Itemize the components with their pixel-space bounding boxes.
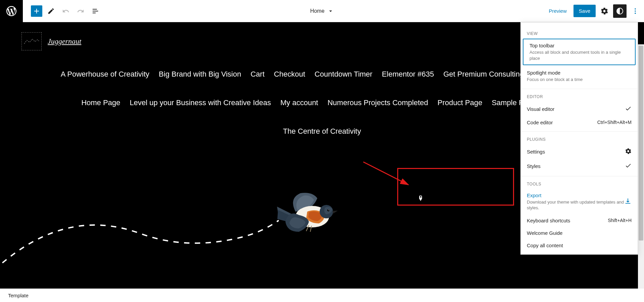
menu-group-editor: EDITOR [521, 92, 638, 102]
svg-point-3 [295, 206, 329, 227]
list-view-button[interactable] [89, 5, 101, 17]
menu-item-description: Download your theme with updated templat… [527, 199, 624, 211]
menu-item-label: Welcome Guide [527, 230, 562, 236]
chevron-down-icon [327, 8, 334, 14]
menu-item-shortcut: Shift+Alt+H [608, 218, 632, 223]
dashed-path-decoration [0, 190, 403, 277]
menu-item-label: Top toolbar [530, 43, 629, 48]
menu-item-export[interactable]: Export Download your theme with updated … [521, 189, 638, 214]
menu-item-label: Settings [527, 149, 545, 155]
undo-button[interactable] [60, 5, 72, 17]
nav-item[interactable]: My account [280, 93, 318, 112]
edit-tools-button[interactable] [45, 5, 57, 17]
menu-item-spotlight[interactable]: Spotlight mode Focus on one block at a t… [521, 67, 638, 86]
menu-group-view: VIEW [521, 29, 638, 39]
nav-item[interactable]: Product Page [438, 93, 482, 112]
nav-item[interactable]: Cart [250, 64, 265, 84]
svg-point-1 [635, 10, 636, 12]
menu-item-label: Spotlight mode [527, 70, 583, 76]
check-icon [625, 105, 632, 113]
gear-icon [625, 148, 632, 156]
settings-button[interactable] [598, 5, 610, 17]
menu-item-label: Keyboard shortcuts [527, 218, 570, 223]
bird-illustration [275, 191, 339, 244]
add-block-button[interactable] [31, 5, 42, 17]
menu-item-copy-all[interactable]: Copy all content [521, 239, 638, 252]
nav-item[interactable]: The Centre of Creativity [283, 122, 361, 141]
document-title-label: Home [310, 8, 325, 14]
nav-item[interactable]: Level up your Business with Creative Ide… [130, 93, 271, 112]
nav-item[interactable]: Home Page [81, 93, 120, 112]
save-button[interactable]: Save [573, 5, 596, 17]
nav-item[interactable]: Countdown Timer [315, 64, 372, 84]
menu-item-shortcut: Ctrl+Shift+Alt+M [597, 120, 632, 125]
menu-item-visual-editor[interactable]: Visual editor [521, 102, 638, 116]
svg-point-4 [320, 205, 333, 218]
site-logo-placeholder[interactable] [21, 32, 42, 50]
cursor-icon [418, 195, 424, 202]
nav-item[interactable]: Big Brand with Big Vision [159, 64, 241, 84]
menu-item-label: Export [527, 192, 624, 198]
scroll-thumb[interactable] [639, 46, 643, 241]
svg-point-6 [328, 210, 329, 210]
site-title[interactable]: Juggernaut [48, 37, 81, 46]
redo-button[interactable] [75, 5, 87, 17]
menu-item-label: Visual editor [527, 106, 554, 112]
svg-point-0 [635, 8, 636, 9]
nav-item[interactable]: Checkout [274, 64, 305, 84]
options-menu-button[interactable] [629, 5, 641, 17]
preview-button[interactable]: Preview [545, 5, 570, 16]
nav-item[interactable]: A Powerhouse of Creativity [61, 64, 149, 84]
nav-item[interactable]: Elementor #635 [382, 64, 434, 84]
styles-panel-button[interactable] [613, 4, 627, 18]
nav-item[interactable]: Numerous Projects Completed [327, 93, 428, 112]
menu-item-description: Focus on one block at a time [527, 77, 583, 83]
svg-point-5 [327, 209, 329, 211]
svg-point-2 [635, 12, 636, 14]
menu-item-description: Access all block and document tools in a… [530, 49, 629, 61]
menu-group-plugins: PLUGINS [521, 134, 638, 144]
breadcrumb-label[interactable]: Template [8, 293, 29, 298]
scrollbar[interactable]: ▲ ▼ [638, 44, 644, 302]
menu-item-welcome-guide[interactable]: Welcome Guide [521, 227, 638, 239]
breadcrumb: Template [0, 289, 644, 302]
top-toolbar: Home Preview Save [0, 0, 644, 22]
menu-item-plugin-styles[interactable]: Styles [521, 159, 638, 173]
menu-item-keyboard-shortcuts[interactable]: Keyboard shortcuts Shift+Alt+H [521, 214, 638, 227]
document-title[interactable]: Home [310, 8, 334, 14]
download-icon [624, 198, 632, 206]
menu-item-label: Styles [527, 163, 541, 169]
menu-item-code-editor[interactable]: Code editor Ctrl+Shift+Alt+M [521, 116, 638, 129]
check-icon [625, 162, 632, 170]
menu-group-tools: TOOLS [521, 179, 638, 189]
menu-item-plugin-settings[interactable]: Settings [521, 144, 638, 159]
wordpress-logo[interactable] [0, 0, 23, 22]
options-menu: VIEW Top toolbar Access all block and do… [520, 22, 638, 255]
menu-item-label: Code editor [527, 120, 553, 125]
menu-item-label: Copy all content [527, 243, 563, 248]
menu-item-top-toolbar[interactable]: Top toolbar Access all block and documen… [523, 39, 636, 65]
